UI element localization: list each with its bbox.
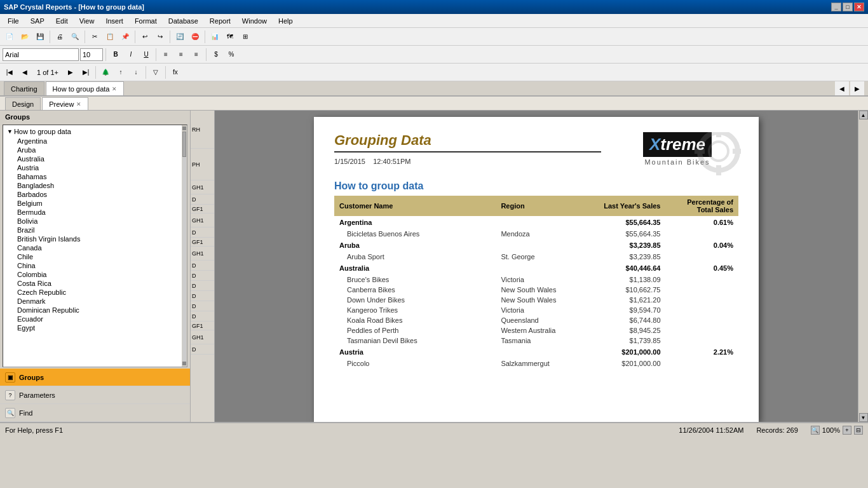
font-family-input[interactable]	[3, 48, 79, 61]
prev-page-btn[interactable]: ◀	[18, 65, 32, 79]
menu-view[interactable]: View	[74, 16, 100, 26]
report-title: Grouping Data	[334, 132, 601, 149]
group-tree-btn[interactable]: 🌲	[98, 65, 112, 79]
tree-item-dominican[interactable]: Dominican Republic	[4, 306, 180, 315]
tree-item-brazil[interactable]: Brazil	[4, 226, 180, 234]
tree-item-belgium[interactable]: Belgium	[4, 199, 180, 208]
scroll-up-arrow[interactable]	[182, 126, 186, 130]
chart-btn[interactable]: 📊	[208, 30, 222, 44]
last-page-btn[interactable]: ▶|	[79, 65, 93, 79]
zoom-in-btn[interactable]: +	[843, 426, 851, 435]
bold-btn[interactable]: B	[109, 48, 123, 62]
preview-tab[interactable]: Preview ✕	[42, 97, 88, 110]
cross-tab-btn[interactable]: ⊞	[238, 30, 252, 44]
tree-item-bangladesh[interactable]: Bangladesh	[4, 181, 180, 190]
menu-database[interactable]: Database	[163, 16, 203, 26]
open-btn[interactable]: 📂	[18, 30, 32, 44]
scroll-down-btn[interactable]: ▼	[859, 413, 868, 422]
undo-btn[interactable]: ↩	[138, 30, 152, 44]
sort-asc-btn[interactable]: ↑	[114, 65, 128, 79]
tree-item-bahamas[interactable]: Bahamas	[4, 172, 180, 181]
scroll-thumb[interactable]	[182, 132, 186, 157]
svg-point-1	[709, 142, 728, 161]
zoom-fit-btn[interactable]: ⊟	[854, 426, 863, 435]
filter-btn[interactable]: ▽	[149, 65, 163, 79]
formula-btn[interactable]: fx	[168, 65, 182, 79]
tree-item-barbados[interactable]: Barbados	[4, 190, 180, 199]
minimize-button[interactable]: _	[831, 3, 841, 11]
new-btn[interactable]: 📄	[3, 30, 17, 44]
scroll-track-area[interactable]	[859, 119, 868, 413]
sort-desc-btn[interactable]: ↓	[129, 65, 143, 79]
refresh-btn[interactable]: 🔄	[173, 30, 187, 44]
paste-btn[interactable]: 📌	[118, 30, 132, 44]
print-btn[interactable]: 🖨	[53, 30, 67, 44]
close-button[interactable]: ✕	[854, 3, 864, 11]
menu-file[interactable]: File	[3, 16, 24, 26]
tree-item-colombia[interactable]: Colombia	[4, 270, 180, 279]
save-btn[interactable]: 💾	[33, 30, 47, 44]
data-table: Customer Name Region Last Year's Sales P…	[334, 196, 738, 369]
tree-item-chile[interactable]: Chile	[4, 252, 180, 261]
tree-root-item[interactable]: ▼ How to group data	[4, 126, 180, 137]
tab-how-to-group[interactable]: How to group data ✕	[46, 81, 125, 95]
tree-scrollbar[interactable]	[182, 125, 187, 367]
find-panel-item[interactable]: 🔍 Find	[0, 404, 190, 422]
currency-btn[interactable]: $	[209, 48, 223, 62]
scroll-down-arrow[interactable]	[182, 362, 186, 365]
tree-item-ecuador[interactable]: Ecuador	[4, 315, 180, 323]
main-scrollbar[interactable]: ▲ ▼	[858, 111, 868, 422]
tree-item-argentina[interactable]: Argentina	[4, 137, 180, 146]
tree-item-canada[interactable]: Canada	[4, 243, 180, 252]
tab-charting-label: Charting	[11, 85, 37, 93]
copy-btn[interactable]: 📋	[103, 30, 117, 44]
scroll-up-btn[interactable]: ▲	[859, 111, 868, 119]
font-size-input[interactable]	[80, 48, 103, 61]
align-right-btn[interactable]: ≡	[189, 48, 203, 62]
tree-item-denmark[interactable]: Denmark	[4, 297, 180, 306]
print-preview-btn[interactable]: 🔍	[68, 30, 82, 44]
map-btn[interactable]: 🗺	[223, 30, 237, 44]
redo-btn[interactable]: ↪	[153, 30, 167, 44]
menu-window[interactable]: Window	[237, 16, 272, 26]
align-left-btn[interactable]: ≡	[159, 48, 173, 62]
menu-help[interactable]: Help	[273, 16, 298, 26]
report-area[interactable]: Grouping Data 1/15/2015 12:40:51PM	[215, 111, 858, 422]
cut-btn[interactable]: ✂	[88, 30, 102, 44]
menu-insert[interactable]: Insert	[100, 16, 128, 26]
tab-charting[interactable]: Charting	[4, 81, 44, 95]
menu-edit[interactable]: Edit	[51, 16, 73, 26]
tab-scroll-left[interactable]: ◀	[835, 81, 849, 95]
maximize-button[interactable]: □	[843, 3, 853, 11]
tab-scroll-right[interactable]: ▶	[850, 81, 864, 95]
first-page-btn[interactable]: |◀	[3, 65, 17, 79]
parameters-panel-item[interactable]: ? Parameters	[0, 386, 190, 404]
next-page-btn[interactable]: ▶	[64, 65, 78, 79]
view-tabs: Design Preview ✕	[0, 97, 868, 111]
tree-item-egypt[interactable]: Egypt	[4, 323, 180, 332]
design-tab[interactable]: Design	[5, 97, 41, 110]
italic-btn[interactable]: I	[124, 48, 138, 62]
preview-tab-close[interactable]: ✕	[76, 101, 81, 107]
tab-how-to-group-close[interactable]: ✕	[112, 86, 117, 92]
tree-item-bermuda[interactable]: Bermuda	[4, 208, 180, 217]
align-center-btn[interactable]: ≡	[174, 48, 188, 62]
tree-item-bolivia[interactable]: Bolivia	[4, 217, 180, 226]
groups-tree[interactable]: ▼ How to group data Argentina Aruba Aust…	[3, 125, 182, 367]
menu-format[interactable]: Format	[130, 16, 162, 26]
underline-btn[interactable]: U	[139, 48, 153, 62]
tree-item-costa-rica[interactable]: Costa Rica	[4, 279, 180, 288]
groups-panel-item[interactable]: ▣ Groups	[0, 369, 190, 386]
zoom-controls: 🔍 100% + ⊟	[811, 426, 863, 435]
zoom-out-btn[interactable]: 🔍	[811, 426, 820, 435]
menu-report[interactable]: Report	[205, 16, 236, 26]
tree-item-australia[interactable]: Australia	[4, 154, 180, 163]
percent-btn[interactable]: %	[224, 48, 238, 62]
tree-item-czech[interactable]: Czech Republic	[4, 288, 180, 297]
stop-btn[interactable]: ⛔	[188, 30, 202, 44]
tree-item-british-virgin[interactable]: British Virgin Islands	[4, 234, 180, 243]
tree-item-austria[interactable]: Austria	[4, 163, 180, 172]
tree-item-china[interactable]: China	[4, 261, 180, 270]
tree-item-aruba[interactable]: Aruba	[4, 146, 180, 154]
menu-sap[interactable]: SAP	[25, 16, 50, 26]
